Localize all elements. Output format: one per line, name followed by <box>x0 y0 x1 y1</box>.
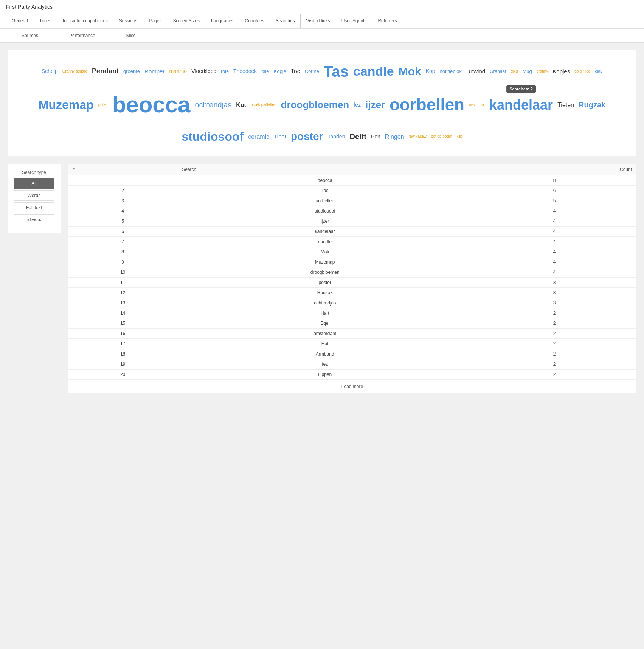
word-pen[interactable]: Pen <box>369 133 382 141</box>
word-tas[interactable]: Tas <box>322 62 350 81</box>
word-studiosoof[interactable]: studiosoof <box>180 129 245 144</box>
word-granaat[interactable]: Granaat <box>488 68 507 75</box>
cell-count: 2 <box>472 359 636 369</box>
nav-tab-screen-sizes[interactable]: Screen Sizes <box>167 14 205 28</box>
word-kopjes[interactable]: Kopjes <box>551 67 571 76</box>
word-gold-filled[interactable]: gold filled <box>573 68 592 75</box>
search-type-full-text[interactable]: Full text <box>14 202 54 213</box>
word-granny[interactable]: granny <box>535 68 550 75</box>
word-mug[interactable]: Mug <box>521 68 533 75</box>
nav-tab-pages[interactable]: Pages <box>143 14 167 28</box>
cell-search: Hat <box>177 338 472 349</box>
word-rote[interactable]: rote <box>219 68 230 75</box>
word-raw[interactable]: raw <box>467 102 476 108</box>
nav-tab-languages[interactable]: Languages <box>205 14 239 28</box>
word-delft[interactable]: Delft <box>348 131 368 142</box>
nav-tab-interaction-capabilities[interactable]: Interaction capabilities <box>57 14 113 28</box>
word-toc[interactable]: Toc <box>289 67 302 76</box>
cell-count: 2 <box>472 369 636 379</box>
word-fez[interactable]: fez <box>352 101 362 109</box>
cell-num: 12 <box>68 287 177 298</box>
word-clay[interactable]: clay <box>593 68 604 75</box>
word-beocca[interactable]: beocca <box>111 90 192 119</box>
word-ochtendjas[interactable]: ochtendjas <box>193 99 233 110</box>
nav-tabs-row1: GeneralTimesInteraction capabilitiesSess… <box>0 14 644 29</box>
word-unwind[interactable]: Unwind <box>465 67 487 76</box>
app-title: First Party Analytics <box>6 4 53 10</box>
cell-num: 19 <box>68 359 177 369</box>
word-corine[interactable]: Corine <box>303 68 321 75</box>
nav-tab-visited-links[interactable]: Visited links <box>301 14 336 28</box>
nav-tab-times[interactable]: Times <box>34 14 57 28</box>
table-row: 2 Tas 6 <box>68 185 636 196</box>
word-pot[interactable]: pot <box>478 102 486 108</box>
search-type-all[interactable]: All <box>14 178 54 189</box>
cell-count: 4 <box>472 257 636 267</box>
word-poster[interactable]: poster <box>289 129 325 144</box>
word-groente[interactable]: groente <box>122 68 141 75</box>
word-oorbellen[interactable]: oorbellen <box>388 94 466 116</box>
cell-count: 8 <box>472 175 636 185</box>
word-poten[interactable]: poten <box>97 102 109 108</box>
word-candle[interactable]: candle <box>352 63 396 80</box>
nav-tab-searches[interactable]: Searches <box>270 14 301 28</box>
word-pendant[interactable]: Pendant <box>90 67 120 76</box>
word-ceramic[interactable]: ceramic <box>247 132 271 141</box>
cell-search: candle <box>177 236 472 247</box>
word-marimo[interactable]: marimo <box>168 67 188 75</box>
table-row: 13 ochtendjas 3 <box>68 298 636 308</box>
load-more-button[interactable]: Load more <box>68 380 636 393</box>
word-granny-square[interactable]: Granny square <box>61 68 89 75</box>
word-notitieblok[interactable]: notitieblok <box>438 68 464 75</box>
nav-tab-general[interactable]: General <box>6 14 34 28</box>
word-kut[interactable]: Kut <box>234 101 248 109</box>
cell-num: 10 <box>68 267 177 277</box>
nav-tab-user-agents[interactable]: User-Agents <box>336 14 372 28</box>
word-cloud: SchelpGranny squarePendantgroenteRomperm… <box>8 50 636 156</box>
nav-tab2-misc[interactable]: Misc <box>111 29 151 42</box>
bottom-section: Search type AllWordsFull textIndividual … <box>8 164 636 393</box>
cell-search: studiosoof <box>177 206 472 216</box>
nav-tab-referrers[interactable]: Referrers <box>372 14 402 28</box>
cell-num: 13 <box>68 298 177 308</box>
word-pot-op-poten[interactable]: pot op poten <box>430 134 454 140</box>
nav-tab-sessions[interactable]: Sessions <box>113 14 143 28</box>
word-romper[interactable]: Romper <box>143 67 166 76</box>
word-theedoek[interactable]: Theedoek <box>232 67 258 75</box>
word-mok[interactable]: Mok <box>397 64 423 79</box>
cell-search: Rugzak <box>177 287 472 298</box>
word-schelp[interactable]: Schelp <box>40 67 59 75</box>
nav-tab-countries[interactable]: Countries <box>239 14 270 28</box>
table-row: 1 beocca 8 <box>68 175 636 185</box>
word-kopje[interactable]: Kopje <box>272 68 288 75</box>
nav-tab2-performance[interactable]: Performance <box>54 29 111 42</box>
word-rugzak[interactable]: Rugzak <box>577 99 607 110</box>
word-tibet[interactable]: Tibet <box>272 132 288 141</box>
word-ijzer[interactable]: ijzer <box>364 98 386 112</box>
cell-num: 11 <box>68 277 177 287</box>
cell-search: Tas <box>177 185 472 196</box>
word-klip[interactable]: klip <box>455 134 464 140</box>
cell-search: ochtendjas <box>177 298 472 308</box>
word-tanden[interactable]: Tanden <box>326 133 347 141</box>
nav-tab2-sources[interactable]: Sources <box>6 29 54 42</box>
word-ringen[interactable]: Ringen <box>383 132 406 141</box>
search-type-individual[interactable]: Individual <box>14 214 54 225</box>
word-kop[interactable]: Kop <box>424 67 437 75</box>
word-olie[interactable]: olie <box>260 68 270 75</box>
cell-num: 8 <box>68 247 177 257</box>
search-type-panel: Search type AllWordsFull textIndividual <box>8 164 61 233</box>
word-droogbloemen[interactable]: droogbloemen <box>279 98 351 112</box>
cell-count: 6 <box>472 185 636 196</box>
word-tieten[interactable]: Tieten <box>556 101 576 109</box>
cell-num: 7 <box>68 236 177 247</box>
word-muzemap[interactable]: Muzemap <box>37 97 95 113</box>
word-gold[interactable]: gold <box>509 68 520 75</box>
cell-count: 4 <box>472 247 636 257</box>
table-row: 20 Lippen 2 <box>68 369 636 379</box>
search-type-words[interactable]: Words <box>14 190 54 201</box>
word-broek-pailletten[interactable]: broek pailletten <box>249 102 278 108</box>
word-raw-kakaw[interactable]: raw kakaw <box>407 134 428 140</box>
word-kandelaar[interactable]: kandelaarSearches: 2 <box>488 96 554 114</box>
word-vloerkleed[interactable]: Vloerkleed <box>190 67 218 75</box>
